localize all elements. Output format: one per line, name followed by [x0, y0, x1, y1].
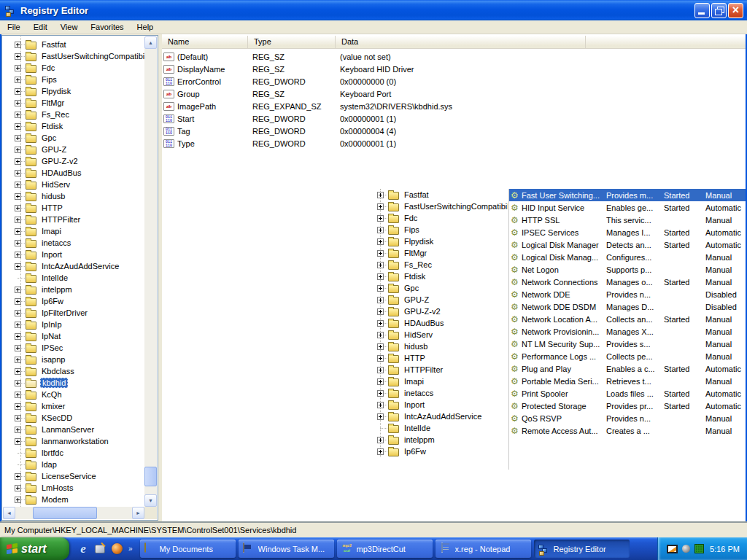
service-row-NetworkLocationA[interactable]: ⚙Network Location A...Collects an...Star… — [509, 313, 746, 325]
value-row-ImagePath[interactable]: abImagePathREG_EXPAND_SZsystem32\DRIVERS… — [162, 100, 746, 112]
expand-plus-icon[interactable] — [377, 192, 384, 198]
tree-item-HidServ[interactable]: HidServ — [376, 329, 508, 341]
tree-item-IpInIp[interactable]: IpInIp — [3, 319, 144, 330]
expand-plus-icon[interactable] — [15, 77, 21, 83]
menu-file[interactable]: File — [1, 21, 27, 33]
tree-item-HTTP[interactable]: HTTP — [3, 202, 144, 214]
restore-button[interactable] — [711, 3, 727, 18]
tree-item-Flpydisk[interactable]: Flpydisk — [376, 236, 508, 247]
scroll-down-icon[interactable]: ▼ — [144, 494, 157, 507]
expand-plus-icon[interactable] — [15, 205, 21, 211]
expand-plus-icon[interactable] — [15, 473, 21, 480]
tree-item-kmixer[interactable]: kmixer — [3, 400, 144, 412]
expand-plus-icon[interactable] — [377, 320, 384, 327]
tree-item-Modem[interactable]: Modem — [3, 494, 144, 505]
tree-item-Imapi[interactable]: Imapi — [376, 376, 508, 387]
close-button[interactable] — [728, 3, 743, 18]
service-row-QoSRSVP[interactable]: ⚙QoS RSVPProvides n...Manual — [509, 412, 746, 424]
tree-item-Fips[interactable]: Fips — [376, 224, 508, 236]
expand-plus-icon[interactable] — [377, 413, 384, 420]
scroll-left-icon[interactable]: ◄ — [3, 507, 15, 519]
taskbar-button-WindowsTaskM[interactable]: Windows Task M... — [239, 540, 334, 558]
expand-plus-icon[interactable] — [15, 403, 21, 410]
expand-plus-icon[interactable] — [377, 297, 384, 303]
task-manager-icon[interactable] — [694, 544, 704, 553]
service-row-LogicalDiskManag[interactable]: ⚙Logical Disk Manag...Configures...Manua… — [509, 251, 746, 263]
tree-item-GPU-Z-v2[interactable]: GPU-Z-v2 — [3, 155, 144, 167]
tree-item-LmHosts[interactable]: LmHosts — [3, 482, 144, 494]
tree-item-lbrtfdc[interactable]: lbrtfdc — [3, 447, 144, 459]
expand-plus-icon[interactable] — [377, 355, 384, 362]
volume-icon[interactable] — [682, 545, 690, 553]
expand-plus-icon[interactable] — [15, 123, 21, 130]
service-row-HTTPSSL[interactable]: ⚙HTTP SSLThis servic...Manual — [509, 214, 746, 226]
service-row-NetLogon[interactable]: ⚙Net LogonSupports p...Manual — [509, 263, 746, 276]
more-icons-chevron-icon[interactable]: » — [128, 545, 133, 553]
tree-item-Ip6Fw[interactable]: Ip6Fw — [3, 295, 144, 307]
globe-icon[interactable] — [110, 542, 123, 556]
service-row-FastUserSwitching[interactable]: ⚙Fast User Switching...Provides m...Star… — [509, 189, 746, 201]
menu-edit[interactable]: Edit — [27, 21, 54, 33]
service-row-PlugandPlay[interactable]: ⚙Plug and PlayEnables a c...StartedAutom… — [509, 362, 746, 375]
clock[interactable]: 5:16 PM — [708, 545, 740, 553]
tree-item-hidusb[interactable]: hidusb — [376, 341, 508, 352]
service-row-NetworkConnections[interactable]: ⚙Network ConnectionsManages o...StartedM… — [509, 276, 746, 288]
tree-item-HidServ[interactable]: HidServ — [3, 179, 144, 190]
expand-plus-icon[interactable] — [15, 427, 21, 433]
expand-plus-icon[interactable] — [15, 333, 21, 340]
tree-item-Kbdclass[interactable]: Kbdclass — [3, 365, 144, 377]
expand-plus-icon[interactable] — [377, 227, 384, 233]
tree-item-IntcAzAudAddService[interactable]: IntcAzAudAddService — [3, 260, 144, 272]
value-row-ErrorControl[interactable]: 011110ErrorControlREG_DWORD0x00000000 (0… — [162, 75, 746, 88]
expand-plus-icon[interactable] — [377, 215, 384, 222]
tree-item-Flpydisk[interactable]: Flpydisk — [3, 85, 144, 97]
expand-plus-icon[interactable] — [15, 88, 21, 95]
expand-plus-icon[interactable] — [377, 390, 384, 397]
expand-plus-icon[interactable] — [15, 65, 21, 71]
tree-item-GPU-Z[interactable]: GPU-Z — [376, 294, 508, 306]
expand-plus-icon[interactable] — [15, 263, 21, 270]
tree-item-lanmanworkstation[interactable]: lanmanworkstation — [3, 435, 144, 447]
tree-item-FltMgr[interactable]: FltMgr — [3, 97, 144, 109]
expand-plus-icon[interactable] — [377, 308, 384, 315]
expand-plus-icon[interactable] — [377, 448, 384, 455]
tree-item-GPU-Z-v2[interactable]: GPU-Z-v2 — [376, 306, 508, 317]
expand-plus-icon[interactable] — [377, 402, 384, 408]
expand-plus-icon[interactable] — [15, 170, 21, 176]
internet-explorer-icon[interactable]: e — [77, 542, 90, 556]
expand-plus-icon[interactable] — [377, 367, 384, 373]
expand-plus-icon[interactable] — [15, 100, 21, 106]
tree-item-Gpc[interactable]: Gpc — [376, 282, 508, 294]
tree-item-Fs_Rec[interactable]: Fs_Rec — [3, 109, 144, 120]
tree-horizontal-scrollbar[interactable]: ◄ ► — [3, 507, 144, 519]
tree-item-Ip6Fw[interactable]: Ip6Fw — [376, 446, 508, 457]
expand-plus-icon[interactable] — [15, 228, 21, 235]
expand-plus-icon[interactable] — [15, 497, 21, 503]
horizontal-scroll-thumb[interactable] — [33, 507, 97, 519]
expand-plus-icon[interactable] — [15, 415, 21, 421]
tree-item-kbdhid[interactable]: kbdhid — [3, 377, 144, 389]
expand-plus-icon[interactable] — [15, 147, 21, 153]
expand-plus-icon[interactable] — [15, 380, 21, 386]
tree-item-HDAudBus[interactable]: HDAudBus — [3, 167, 144, 179]
column-header-name[interactable]: Name — [162, 36, 248, 48]
service-row-PortableMediaSeri[interactable]: ⚙Portable Media Seri...Retrieves t...Man… — [509, 375, 746, 387]
tree-item-FltMgr[interactable]: FltMgr — [376, 247, 508, 259]
tree-item-FastUserSwitchingCompatibili[interactable]: FastUserSwitchingCompatibili — [3, 50, 144, 62]
expand-plus-icon[interactable] — [377, 262, 384, 268]
taskbar-button-xregNotepad[interactable]: x.reg - Notepad — [436, 540, 531, 558]
tree-item-intelppm[interactable]: intelppm — [3, 284, 144, 295]
expand-plus-icon[interactable] — [15, 42, 21, 48]
service-row-NetworkDDE[interactable]: ⚙Network DDEProvides n...Disabled — [509, 288, 746, 300]
expand-plus-icon[interactable] — [15, 252, 21, 258]
scroll-right-icon[interactable]: ► — [132, 507, 144, 519]
expand-plus-icon[interactable] — [15, 53, 21, 60]
service-row-NetworkDDEDSDM[interactable]: ⚙Network DDE DSDMManages D...Disabled — [509, 300, 746, 313]
tree-item-Fips[interactable]: Fips — [3, 74, 144, 85]
tree-item-IntcAzAudAddService[interactable]: IntcAzAudAddService — [376, 411, 508, 422]
tree-item-HTTP[interactable]: HTTP — [376, 352, 508, 364]
expand-plus-icon[interactable] — [15, 287, 21, 293]
service-row-IPSECServices[interactable]: ⚙IPSEC ServicesManages I...StartedAutoma… — [509, 226, 746, 238]
expand-plus-icon[interactable] — [15, 298, 21, 305]
tree-item-HTTPFilter[interactable]: HTTPFilter — [3, 214, 144, 225]
